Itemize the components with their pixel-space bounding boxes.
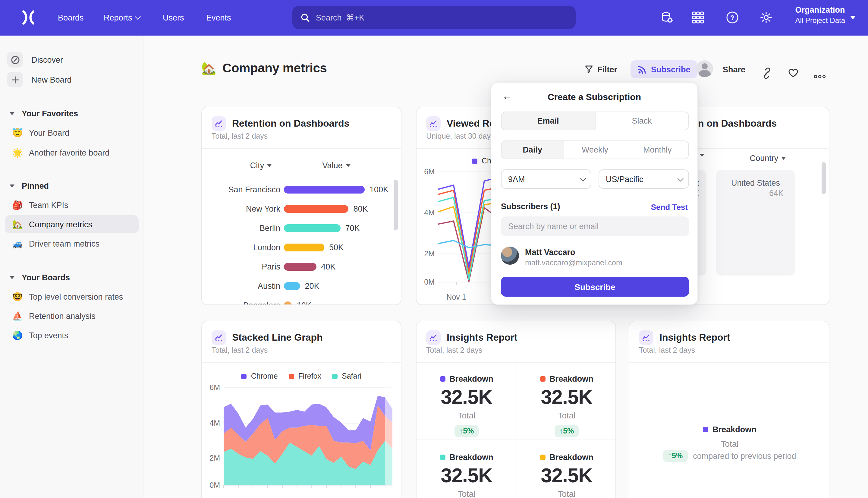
tab-slack[interactable]: Slack xyxy=(595,112,689,130)
board-emoji: 🤓 xyxy=(11,292,24,301)
table-row[interactable]: Bangalore10K xyxy=(202,297,401,305)
sidebar-item-retention-analysis[interactable]: ⛵ Retention analysis xyxy=(5,307,139,325)
subscriber-search-input[interactable] xyxy=(508,222,682,231)
subscribe-submit-button[interactable]: Subscribe xyxy=(501,277,689,297)
card-title[interactable]: Insights Report xyxy=(447,332,518,343)
table-row[interactable]: Berlin70K xyxy=(202,220,401,238)
column-header-value[interactable]: Value xyxy=(322,161,350,170)
legend-swatch xyxy=(703,427,708,432)
sidebar-item-company-metrics[interactable]: 🏡 Company metrics xyxy=(5,215,139,233)
settings-gear-icon[interactable] xyxy=(760,11,773,24)
board-emoji: 🏡 xyxy=(201,61,216,75)
create-subscription-modal: ← Create a Subscription Email Slack Dail… xyxy=(491,82,698,305)
card-stacked-line-graph: Stacked Line Graph Total, last 2 days Ch… xyxy=(201,321,401,498)
share-button[interactable]: Share xyxy=(723,60,745,78)
metric-quadrant[interactable]: Breakdown 32.5K Total ↑5% xyxy=(517,453,616,498)
nav-item-reports[interactable]: Reports xyxy=(104,0,140,36)
top-nav: Boards Reports Users Events xyxy=(0,0,868,36)
sidebar-item-team-kpis[interactable]: 🎒 Team KPIs xyxy=(5,196,139,214)
metric-quadrant[interactable]: Breakdown 32.5K Total ↑5% xyxy=(416,453,517,498)
table-row[interactable]: Paris40K xyxy=(202,258,401,276)
metric-breakdown[interactable]: Breakdown Total ↑5% compared to previous… xyxy=(629,425,829,462)
more-options-icon[interactable] xyxy=(814,67,826,86)
time-select[interactable]: 9AM xyxy=(501,169,591,189)
nav-item-events[interactable]: Events xyxy=(206,0,231,36)
sidebar-item-driver-team-metrics[interactable]: 🚙 Driver team metrics xyxy=(5,235,139,253)
compass-icon xyxy=(7,52,23,67)
tab-weekly[interactable]: Weekly xyxy=(563,141,626,159)
user-avatar[interactable] xyxy=(696,60,713,77)
card-title[interactable]: Retention on Dashboards xyxy=(232,118,349,129)
metric-value: 32.5K xyxy=(517,386,616,409)
nav-item-users[interactable]: Users xyxy=(163,0,184,36)
metric-quadrant[interactable]: Breakdown 32.5K Total ↑5% xyxy=(416,375,517,437)
table-row[interactable]: London50K xyxy=(202,239,401,257)
plus-icon xyxy=(7,72,23,88)
sidebar-section-your-favorites[interactable]: Your Favorites xyxy=(5,105,139,122)
subscriber-search[interactable] xyxy=(501,217,689,236)
copy-link-icon[interactable] xyxy=(761,64,772,82)
scrollbar[interactable] xyxy=(393,180,398,230)
tab-email[interactable]: Email xyxy=(502,112,595,130)
bar xyxy=(284,282,300,290)
metric-quadrant[interactable]: Breakdown 32.5K Total ↑5% xyxy=(517,375,616,437)
subscribe-button[interactable]: Subscribe xyxy=(630,60,698,78)
tab-daily[interactable]: Daily xyxy=(502,141,563,159)
board-emoji: 🌏 xyxy=(11,330,24,340)
help-icon[interactable]: ? xyxy=(726,11,739,24)
search-input[interactable] xyxy=(316,13,545,22)
sidebar-item-label: Discover xyxy=(31,55,63,64)
dashboard-app: Boards Reports Users Events xyxy=(0,0,868,498)
stacked-line-chart[interactable] xyxy=(202,322,401,498)
modal-title: Create a Subscription xyxy=(491,92,697,102)
sidebar-item-discover[interactable]: Discover xyxy=(5,51,139,69)
bar xyxy=(284,205,348,213)
filter-button[interactable]: Filter xyxy=(585,60,617,78)
org-project-switcher[interactable]: Organization All Project Data xyxy=(796,5,845,25)
bar xyxy=(284,301,292,305)
scrollbar[interactable] xyxy=(822,162,826,194)
table-row[interactable]: New York80K xyxy=(202,200,401,218)
report-chart-icon xyxy=(639,330,653,345)
search-icon xyxy=(301,13,310,22)
sidebar-item-your-board[interactable]: 😇 Your Board xyxy=(5,123,139,142)
metric-value: 32.5K xyxy=(517,464,616,487)
apps-grid-icon[interactable] xyxy=(691,11,705,24)
sidebar-section-your-boards[interactable]: Your Boards xyxy=(5,269,139,286)
bar xyxy=(284,224,340,232)
legend-swatch xyxy=(440,455,445,460)
nav-item-boards[interactable]: Boards xyxy=(58,0,84,36)
table-row[interactable]: San Francisco100K xyxy=(202,181,401,199)
mixpanel-logo-icon[interactable] xyxy=(21,10,36,25)
legend-swatch xyxy=(540,376,545,382)
table-row[interactable]: Austin20K xyxy=(202,277,401,296)
favorite-heart-icon[interactable] xyxy=(788,64,799,82)
rss-icon xyxy=(638,65,647,74)
chevron-down-icon xyxy=(580,175,586,181)
sidebar-item-label: New Board xyxy=(31,75,72,84)
delta-badge: ↑5% xyxy=(555,425,579,437)
tab-monthly[interactable]: Monthly xyxy=(626,141,689,159)
column-header-city[interactable]: City xyxy=(250,161,272,170)
caret-down-icon xyxy=(267,164,272,167)
global-search[interactable] xyxy=(292,6,576,29)
sidebar-section-pinned[interactable]: Pinned xyxy=(5,177,139,194)
sidebar-item-new-board[interactable]: New Board xyxy=(5,70,139,89)
legend-swatch xyxy=(540,455,545,460)
card-subtitle: Total, last 2 days xyxy=(212,132,268,141)
card-retention-on-dashboards: Retention on Dashboards Total, last 2 da… xyxy=(201,107,401,305)
data-management-icon[interactable] xyxy=(660,11,674,24)
filter-funnel-icon xyxy=(585,65,593,74)
timezone-select[interactable]: US/Pacific xyxy=(599,169,689,189)
board-emoji: ⛵ xyxy=(11,311,24,321)
board-emoji: 🌟 xyxy=(11,148,24,157)
column-header-country[interactable]: Country xyxy=(750,154,786,163)
chevron-down-icon xyxy=(135,14,141,19)
send-test-link[interactable]: Send Test xyxy=(651,202,688,212)
country-panel-united-states[interactable]: United States 64K xyxy=(716,170,795,276)
delta-badge: ↑5% xyxy=(663,450,688,462)
sidebar-item-another-favorite-board[interactable]: 🌟 Another favorite board xyxy=(5,144,139,161)
sidebar-item-top-events[interactable]: 🌏 Top events xyxy=(5,326,139,344)
card-title[interactable]: Insights Report xyxy=(659,332,730,343)
sidebar-item-top-level-conversion-rates[interactable]: 🤓 Top level conversion rates xyxy=(5,288,139,306)
